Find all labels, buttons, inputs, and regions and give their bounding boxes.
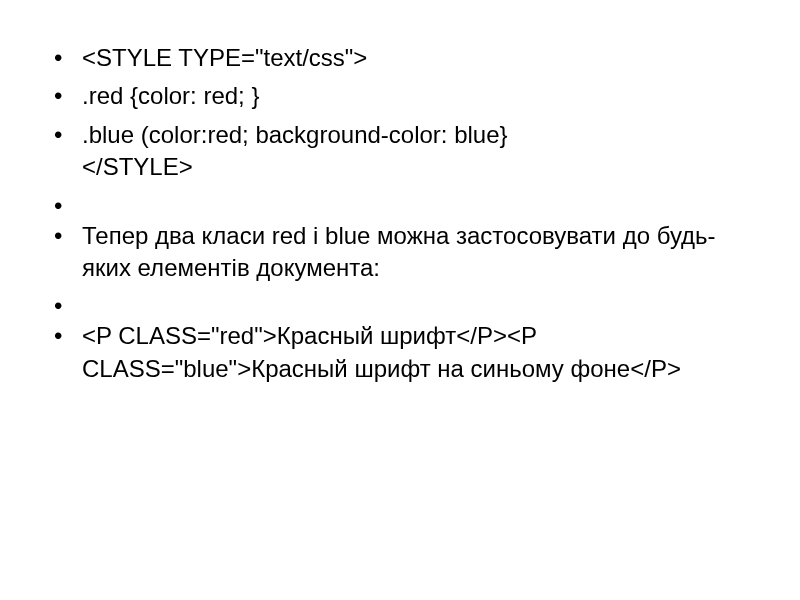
bullet-text: .red {color: red; } [82,82,259,109]
bullet-text-cont: </STYLE> [82,151,760,183]
list-item: .red {color: red; } [40,80,760,112]
slide: <STYLE TYPE="text/css"> .red {color: red… [0,0,800,600]
list-item: <STYLE TYPE="text/css"> [40,42,760,74]
bullet-text: <STYLE TYPE="text/css"> [82,44,367,71]
bullet-text: .blue (color:red; background-color: blue… [82,121,508,148]
list-item: .blue (color:red; background-color: blue… [40,119,760,184]
list-item: <P CLASS="red">Красный шрифт</P><P CLASS… [40,320,760,385]
list-item [40,190,760,214]
list-item: Тепер два класи red і blue можна застосо… [40,220,760,285]
bullet-text: Тепер два класи red і blue можна застосо… [82,222,716,281]
list-item [40,290,760,314]
bullet-text: <P CLASS="red">Красный шрифт</P><P CLASS… [82,322,681,381]
bullet-list: <STYLE TYPE="text/css"> .red {color: red… [40,42,760,385]
